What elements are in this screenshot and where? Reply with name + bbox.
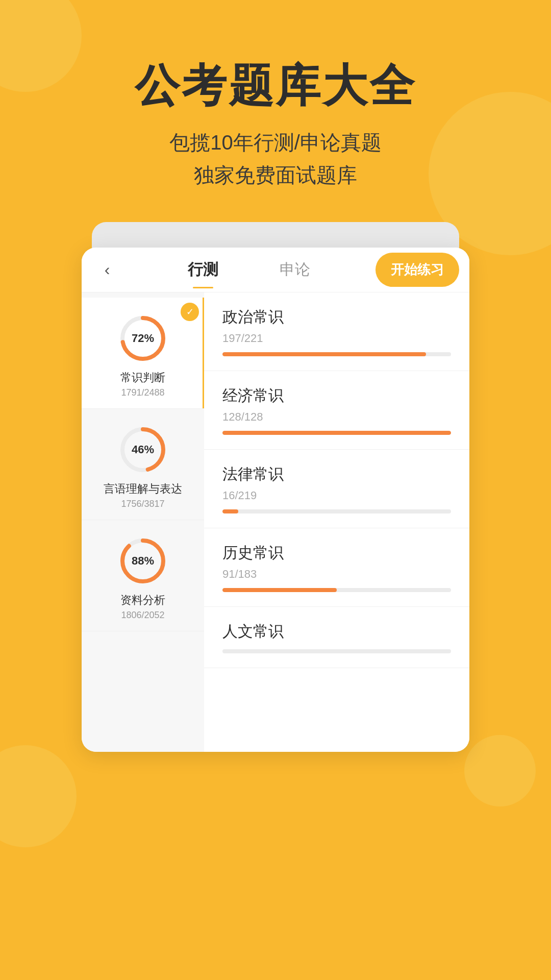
back-button[interactable]: ‹ bbox=[92, 254, 122, 285]
card-body: ✓ 72% 常识判断 1791/2488 bbox=[82, 292, 469, 752]
bg-decoration-bl bbox=[0, 745, 77, 847]
progress-bar-bg-5 bbox=[222, 649, 451, 653]
circle-percent-46: 46% bbox=[132, 443, 154, 456]
progress-bar-bg-2 bbox=[222, 431, 451, 435]
category-item-yanyu[interactable]: 46% 言语理解与表达 1756/3817 bbox=[82, 409, 204, 520]
subcategory-count-2: 128/128 bbox=[222, 410, 451, 424]
subcategory-item-lishi[interactable]: 历史常识 91/183 bbox=[204, 528, 469, 607]
subcategory-count-4: 91/183 bbox=[222, 568, 451, 581]
subcategory-item-falv[interactable]: 法律常识 16/219 bbox=[204, 450, 469, 528]
card-main: ‹ 行测 申论 开始练习 ✓ 72% bbox=[82, 248, 469, 752]
left-panel: ✓ 72% 常识判断 1791/2488 bbox=[82, 292, 204, 752]
circle-chart-72: 72% bbox=[117, 313, 168, 364]
tab-shenlun[interactable]: 申论 bbox=[249, 251, 341, 288]
subcategory-name-2: 经济常识 bbox=[222, 385, 451, 406]
category-item-chanshi[interactable]: ✓ 72% 常识判断 1791/2488 bbox=[82, 298, 204, 409]
start-practice-button[interactable]: 开始练习 bbox=[375, 253, 459, 287]
subcategory-name-4: 历史常识 bbox=[222, 543, 451, 564]
card-stack: ‹ 行测 申论 开始练习 ✓ 72% bbox=[77, 222, 474, 753]
subcategory-item-jingji[interactable]: 经济常识 128/128 bbox=[204, 371, 469, 450]
tab-xingce[interactable]: 行测 bbox=[157, 251, 249, 288]
progress-bar-bg-3 bbox=[222, 509, 451, 513]
bg-decoration-br bbox=[464, 735, 536, 806]
card-nav: ‹ 行测 申论 开始练习 bbox=[82, 248, 469, 292]
subcategory-count-1: 197/221 bbox=[222, 332, 451, 345]
check-badge: ✓ bbox=[181, 303, 199, 321]
progress-bar-fill-4 bbox=[222, 588, 337, 592]
category-name-2: 言语理解与表达 bbox=[104, 481, 182, 497]
subcategory-name-3: 法律常识 bbox=[222, 464, 451, 485]
right-panel: 政治常识 197/221 经济常识 128/128 法律常识 bbox=[204, 292, 469, 752]
progress-bar-bg-1 bbox=[222, 352, 451, 356]
subcategory-count-3: 16/219 bbox=[222, 489, 451, 502]
subcategory-name-5: 人文常识 bbox=[222, 621, 451, 642]
nav-tabs: 行测 申论 bbox=[122, 251, 375, 288]
subcategory-name-1: 政治常识 bbox=[222, 307, 451, 328]
subcategory-item-zhengzhi[interactable]: 政治常识 197/221 bbox=[204, 292, 469, 371]
circle-chart-46: 46% bbox=[117, 424, 168, 475]
circle-percent-88: 88% bbox=[132, 554, 154, 568]
category-count-1: 1791/2488 bbox=[121, 387, 164, 398]
subcategory-item-renwen[interactable]: 人文常识 bbox=[204, 607, 469, 668]
circle-chart-88: 88% bbox=[117, 535, 168, 586]
category-name-1: 常识判断 bbox=[120, 370, 165, 385]
progress-bar-fill-2 bbox=[222, 431, 451, 435]
circle-percent-72: 72% bbox=[132, 332, 154, 345]
subtitle-line2: 独家免费面试题库 bbox=[194, 164, 357, 186]
category-count-2: 1756/3817 bbox=[121, 499, 164, 509]
category-item-ziliao[interactable]: 88% 资料分析 1806/2052 bbox=[82, 520, 204, 631]
progress-bar-bg-4 bbox=[222, 588, 451, 592]
category-count-3: 1806/2052 bbox=[121, 610, 164, 621]
progress-bar-fill-3 bbox=[222, 509, 238, 513]
subtitle-line1: 包揽10年行测/申论真题 bbox=[169, 131, 382, 154]
progress-bar-fill-1 bbox=[222, 352, 426, 356]
category-name-3: 资料分析 bbox=[120, 593, 165, 608]
